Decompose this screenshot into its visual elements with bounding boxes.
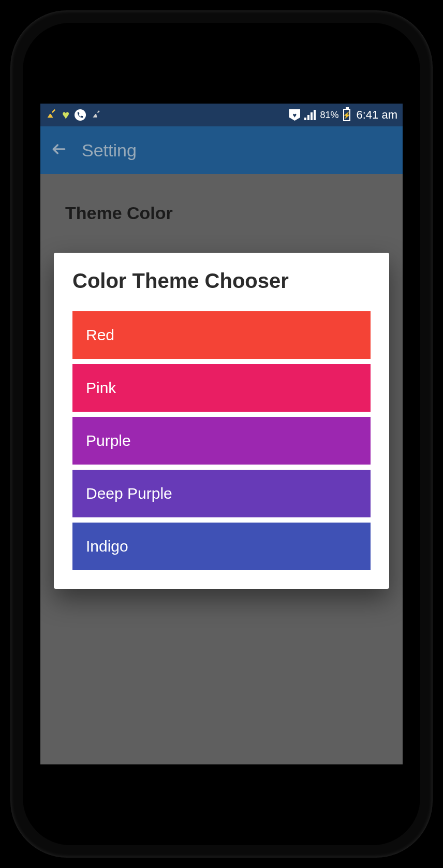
appbar-title: Setting — [82, 140, 137, 161]
color-chooser-dialog: Color Theme Chooser Red Pink Purple Deep… — [54, 253, 389, 589]
battery-percent: 81% — [320, 110, 338, 121]
status-time: 6:41 am — [357, 108, 398, 122]
signal-icon — [304, 110, 316, 120]
cleaner-icon — [46, 108, 57, 122]
tag-icon: ♥ — [289, 109, 300, 121]
brush-icon — [91, 109, 101, 122]
color-option-red[interactable]: Red — [72, 311, 371, 359]
screen: ♥ ♥ 81% ⚡ 6:41 am — [40, 104, 403, 764]
status-bar: ♥ ♥ 81% ⚡ 6:41 am — [40, 104, 403, 126]
color-option-purple[interactable]: Purple — [72, 417, 371, 465]
phone-frame: ♥ ♥ 81% ⚡ 6:41 am — [10, 10, 433, 858]
battery-icon: ⚡ — [343, 109, 350, 121]
color-option-list: Red Pink Purple Deep Purple Indigo — [72, 311, 371, 570]
dialog-title: Color Theme Chooser — [72, 269, 371, 293]
phone-icon — [75, 109, 86, 121]
status-left: ♥ — [46, 108, 101, 122]
phone-inner: ♥ ♥ 81% ⚡ 6:41 am — [23, 23, 420, 845]
heart-icon: ♥ — [62, 108, 69, 122]
app-bar: Setting — [40, 126, 403, 174]
color-option-deep-purple[interactable]: Deep Purple — [72, 470, 371, 517]
color-option-indigo[interactable]: Indigo — [72, 523, 371, 570]
back-icon[interactable] — [51, 141, 67, 160]
status-right: ♥ 81% ⚡ 6:41 am — [289, 108, 397, 122]
color-option-pink[interactable]: Pink — [72, 364, 371, 412]
